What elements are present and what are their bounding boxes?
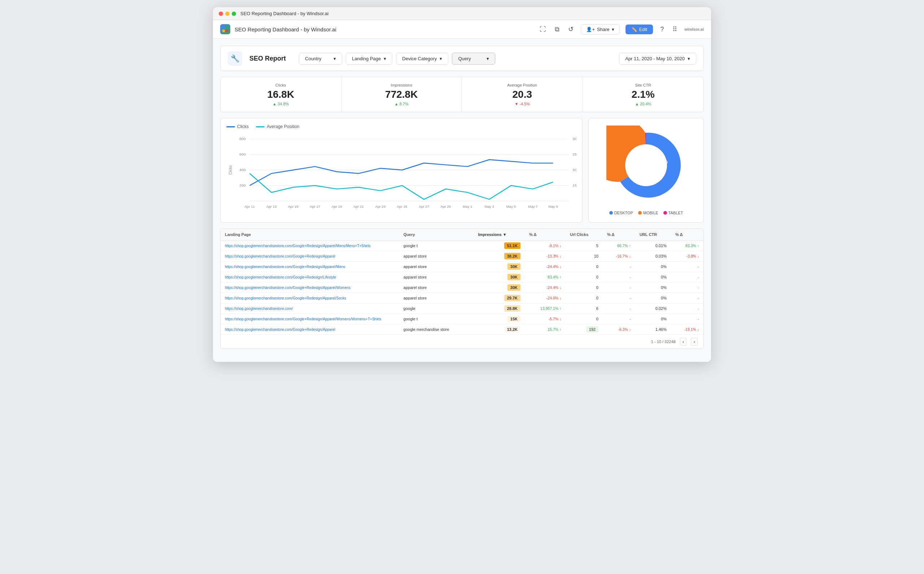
nav-title: SEO Reporting Dashboard - by Windsor.ai: [235, 26, 336, 33]
svg-text:Apr 19: Apr 19: [332, 205, 342, 208]
filter-country[interactable]: Country ▾: [299, 53, 342, 65]
edit-icon: ✏️: [631, 27, 637, 32]
legend-clicks: Clicks: [226, 124, 249, 129]
copy-button[interactable]: ⧉: [553, 24, 561, 35]
line-chart: 800 600 400 200 Clicks 30 25 20 15: [226, 132, 577, 211]
col-url-clicks-pct: % Δ: [603, 229, 635, 241]
table-row: https://shop.googlemerchandisestore.com/…: [221, 293, 703, 303]
pagination-next[interactable]: ›: [691, 338, 698, 345]
date-range-label: Apr 11, 2020 - May 10, 2020: [625, 56, 685, 62]
cell-impressions: 38.2K: [474, 251, 525, 262]
cell-query: apparel store: [399, 272, 474, 282]
filter-query[interactable]: Query ▾: [452, 53, 495, 65]
close-button[interactable]: [219, 11, 223, 16]
donut-legend: DESKTOP MOBILE TABLET: [609, 211, 683, 215]
share-button[interactable]: 👤+ Share ▾: [581, 24, 619, 35]
table-body: https://shop.googlemerchandisestore.com/…: [221, 241, 703, 335]
edit-label: Edit: [639, 27, 647, 32]
cell-url-clicks-pct: -: [603, 262, 635, 272]
col-impressions[interactable]: Impressions ▼: [474, 229, 525, 241]
window-title: SEO Reporting Dashboard - by Windsor.ai: [240, 11, 705, 16]
refresh-button[interactable]: ↺: [567, 24, 575, 35]
cell-query: apparel store: [399, 262, 474, 272]
filter-landing-page-chevron: ▾: [384, 56, 386, 62]
legend-tablet: TABLET: [663, 211, 683, 215]
legend-tablet-label: TABLET: [668, 211, 683, 215]
cell-query: google t: [399, 241, 474, 251]
cell-impressions: 15K: [474, 314, 525, 324]
kpi-site-ctr-label: Site CTR: [590, 83, 697, 87]
filter-row: Country ▾ Landing Page ▾ Device Category…: [299, 53, 696, 65]
cell-url-clicks-pct: -6.3% ↓: [603, 324, 635, 335]
charts-row: Clicks Average Position: [220, 118, 704, 222]
legend-avgpos-line: [256, 126, 265, 127]
filter-query-label: Query: [458, 56, 471, 62]
cell-url-ctr: 0.01%: [635, 241, 671, 251]
table-row: https://shop.googlemerchandisestore.com/…: [221, 262, 703, 272]
kpi-avg-position-change: ▼ -4.5%: [469, 102, 575, 106]
filter-device-category[interactable]: Device Category ▾: [396, 53, 448, 65]
kpi-impressions-label: Impressions: [349, 83, 455, 87]
svg-text:Apr 27: Apr 27: [419, 205, 429, 208]
dashboard-title: SEO Report: [250, 55, 286, 62]
title-bar: SEO Reporting Dashboard - by Windsor.ai: [213, 7, 711, 20]
cell-url-ctr-pct: 83.3% ↑: [671, 241, 703, 251]
svg-text:52.2%: 52.2%: [655, 159, 668, 164]
cell-impressions-pct: -24.6% ↓: [525, 293, 565, 303]
legend-clicks-label: Clicks: [237, 124, 249, 129]
svg-text:15: 15: [572, 184, 577, 187]
cell-impressions: 29.7K: [474, 293, 525, 303]
cell-impressions: 51.1K: [474, 241, 525, 251]
kpi-impressions-change: ▲ 8.7%: [349, 102, 455, 106]
cell-landing-page: https://shop.googlemerchandisestore.com/…: [221, 314, 399, 324]
minimize-button[interactable]: [225, 11, 229, 16]
svg-text:Apr 11: Apr 11: [244, 205, 255, 208]
svg-text:Apr 17: Apr 17: [310, 205, 320, 208]
col-url-clicks[interactable]: Url Clicks: [565, 229, 603, 241]
legend-clicks-line: [226, 126, 235, 127]
kpi-impressions: Impressions 772.8K ▲ 8.7%: [341, 77, 462, 112]
legend-avgpos: Average Position: [256, 124, 300, 129]
legend-mobile-dot: [638, 211, 642, 214]
cell-url-clicks-pct: -: [603, 272, 635, 282]
cell-impressions-pct: 15.7% ↑: [525, 324, 565, 335]
svg-rect-3: [226, 30, 228, 32]
svg-text:30: 30: [572, 137, 577, 141]
pagination-prev[interactable]: ‹: [680, 338, 687, 345]
top-nav: SEO Reporting Dashboard - by Windsor.ai …: [213, 20, 711, 39]
svg-text:400: 400: [239, 168, 246, 172]
help-button[interactable]: ?: [659, 24, 665, 35]
chart-legend: Clicks Average Position: [226, 124, 577, 129]
table-row: https://shop.googlemerchandisestore.com/…: [221, 282, 703, 293]
apps-button[interactable]: ⠿: [671, 24, 679, 35]
seo-logo: 🔧: [228, 51, 242, 66]
col-url-ctr[interactable]: URL CTR: [635, 229, 671, 241]
main-content: 🔧 SEO Report Country ▾ Landing Page ▾ De…: [213, 39, 711, 362]
svg-text:Clicks: Clicks: [229, 165, 233, 174]
cell-url-ctr-pct: -: [671, 314, 703, 324]
legend-mobile: MOBILE: [638, 211, 659, 215]
line-chart-container: Clicks Average Position: [220, 118, 583, 222]
cell-url-clicks: 192: [565, 324, 603, 335]
data-table-container: Landing Page Query Impressions ▼ % Δ Url…: [220, 229, 704, 349]
table-row: https://shop.googlemerchandisestore.com/…: [221, 324, 703, 335]
filter-landing-page[interactable]: Landing Page ▾: [346, 53, 392, 65]
table-row: https://shop.googlemerchandisestore.com/…: [221, 314, 703, 324]
fullscreen-button[interactable]: ⛶: [538, 24, 548, 35]
svg-rect-0: [222, 26, 225, 29]
svg-text:Apr 15: Apr 15: [288, 205, 299, 208]
legend-desktop-dot: [609, 211, 613, 214]
svg-text:May 7: May 7: [528, 205, 537, 208]
svg-text:200: 200: [239, 184, 246, 187]
maximize-button[interactable]: [232, 11, 236, 16]
date-range-picker[interactable]: Apr 11, 2020 - May 10, 2020 ▾: [619, 53, 696, 65]
cell-impressions-pct: -9.1% ↓: [525, 241, 565, 251]
cell-impressions-pct: 13,957.1% ↑: [525, 303, 565, 314]
cell-query: google merchandise store: [399, 324, 474, 335]
cell-query: apparel store: [399, 293, 474, 303]
edit-button[interactable]: ✏️ Edit: [625, 25, 653, 34]
app-logo: [220, 24, 230, 34]
cell-url-ctr-pct: -: [671, 303, 703, 314]
cell-url-ctr-pct: -: [671, 272, 703, 282]
logo-icon: [222, 26, 229, 33]
